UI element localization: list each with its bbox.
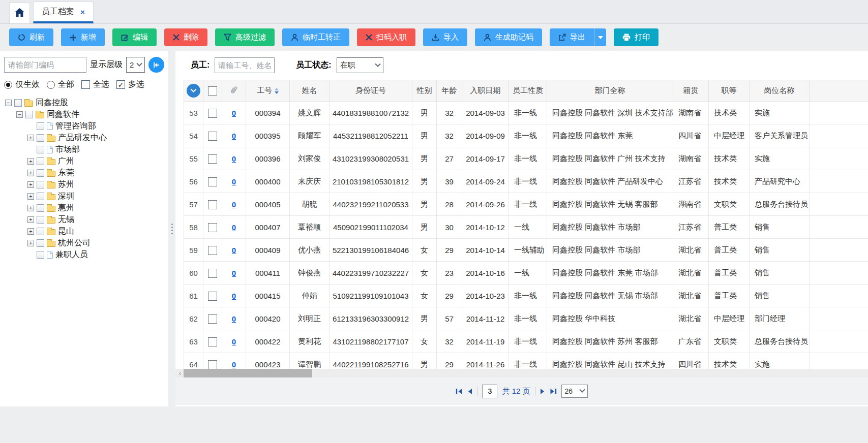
row-checkbox[interactable] bbox=[208, 177, 217, 186]
next-page-button[interactable] bbox=[540, 388, 545, 395]
tree-item[interactable]: 兼职人员 bbox=[4, 249, 164, 261]
col-header-type[interactable]: 员工性质 bbox=[509, 80, 547, 102]
tree-item[interactable]: 昆山 bbox=[4, 226, 164, 237]
tree-item[interactable]: 深圳 bbox=[4, 191, 164, 202]
col-header-origin[interactable]: 籍贯 bbox=[673, 80, 709, 102]
horizontal-scrollbar[interactable]: ‹ bbox=[175, 369, 868, 377]
tree-checkbox[interactable] bbox=[37, 134, 44, 142]
col-header-idcard[interactable]: 身份证号 bbox=[330, 80, 412, 102]
row-checkbox[interactable] bbox=[208, 109, 217, 118]
tree-item[interactable]: 产品研发中心 bbox=[4, 132, 164, 144]
expand-node-icon[interactable] bbox=[27, 158, 34, 165]
attachment-link[interactable]: 0 bbox=[232, 314, 236, 323]
print-button[interactable]: 打印 bbox=[614, 28, 659, 46]
all-radio[interactable] bbox=[47, 81, 55, 89]
attachment-link[interactable]: 0 bbox=[232, 177, 236, 186]
attachment-link[interactable]: 0 bbox=[232, 154, 236, 163]
expand-node-icon[interactable] bbox=[27, 240, 34, 246]
scroll-left-arrow-icon[interactable]: ‹ bbox=[176, 369, 184, 377]
row-checkbox[interactable] bbox=[208, 269, 217, 278]
col-header-age[interactable]: 年龄 bbox=[437, 80, 462, 102]
only-active-radio[interactable] bbox=[4, 81, 12, 89]
table-row[interactable]: 57 0 000405 胡晓 440232199211020533 男 28 2… bbox=[184, 193, 868, 216]
row-checkbox[interactable] bbox=[208, 337, 217, 346]
tree-checkbox[interactable] bbox=[37, 204, 44, 212]
attachment-link[interactable]: 0 bbox=[232, 360, 236, 369]
tree-item[interactable]: 同鑫软件 bbox=[4, 109, 164, 120]
dept-code-input[interactable] bbox=[4, 57, 86, 73]
generate-mnemonic-button[interactable]: 生成助记码 bbox=[475, 28, 542, 46]
tree-item[interactable]: 管理咨询部 bbox=[4, 120, 164, 132]
col-header-name[interactable]: 姓名 bbox=[290, 80, 330, 102]
tree-checkbox[interactable] bbox=[37, 216, 44, 224]
col-header-gender[interactable]: 性别 bbox=[412, 80, 437, 102]
export-dropdown-button[interactable] bbox=[594, 28, 606, 46]
table-row[interactable]: 62 0 000420 刘明正 612133196303300912 男 57 … bbox=[184, 307, 868, 330]
tree-checkbox[interactable] bbox=[37, 193, 44, 200]
tree-item[interactable]: 杭州公司 bbox=[4, 237, 164, 249]
collapse-node-icon[interactable] bbox=[16, 111, 23, 118]
import-button[interactable]: 导入 bbox=[423, 28, 467, 46]
multi-select-checkbox[interactable] bbox=[116, 80, 125, 89]
add-button[interactable]: 新增 bbox=[61, 28, 105, 46]
col-header-code[interactable]: 工号 bbox=[246, 80, 290, 102]
status-select[interactable]: 在职 bbox=[337, 57, 383, 73]
panel-splitter[interactable] bbox=[168, 51, 175, 406]
tree-item[interactable]: 东莞 bbox=[4, 167, 164, 179]
attachment-link[interactable]: 0 bbox=[232, 200, 236, 209]
grid-menu-button[interactable] bbox=[187, 84, 200, 98]
employee-search-input[interactable] bbox=[215, 57, 275, 73]
col-header-hiredate[interactable]: 入职日期 bbox=[462, 80, 509, 102]
prev-page-button[interactable] bbox=[467, 388, 472, 395]
row-checkbox[interactable] bbox=[208, 246, 217, 255]
expand-node-icon[interactable] bbox=[27, 228, 34, 235]
tree-checkbox[interactable] bbox=[25, 111, 33, 118]
close-icon[interactable]: × bbox=[80, 8, 85, 16]
select-all-rows-checkbox[interactable] bbox=[208, 86, 217, 96]
row-checkbox[interactable] bbox=[208, 200, 217, 209]
scrollbar-thumb[interactable] bbox=[184, 369, 312, 377]
col-header-dept[interactable]: 部门全称 bbox=[547, 80, 673, 102]
col-header-position[interactable]: 岗位名称 bbox=[750, 80, 810, 102]
table-row[interactable]: 59 0 000409 优小燕 522130199106184046 女 29 … bbox=[184, 239, 868, 262]
table-row[interactable]: 60 0 000411 钟俊燕 440223199710232227 女 23 … bbox=[184, 262, 868, 284]
tree-checkbox[interactable] bbox=[37, 146, 44, 153]
table-row[interactable]: 64 0 000423 谭智鹏 440221199108252716 男 29 … bbox=[184, 353, 868, 369]
row-checkbox[interactable] bbox=[208, 132, 217, 141]
tree-item[interactable]: 无锡 bbox=[4, 214, 164, 226]
tree-checkbox[interactable] bbox=[37, 181, 44, 188]
expand-node-icon[interactable] bbox=[27, 135, 34, 141]
expand-node-icon[interactable] bbox=[27, 205, 34, 211]
tree-checkbox[interactable] bbox=[14, 99, 22, 107]
expand-node-icon[interactable] bbox=[27, 216, 34, 223]
tab-employee-archive[interactable]: 员工档案 × bbox=[33, 2, 94, 23]
attachment-link[interactable]: 0 bbox=[232, 132, 236, 140]
tree-checkbox[interactable] bbox=[37, 157, 44, 165]
tree-item[interactable]: 同鑫控股 bbox=[4, 97, 164, 109]
tree-item[interactable]: 惠州 bbox=[4, 202, 164, 214]
row-checkbox[interactable] bbox=[208, 292, 217, 301]
temp-worker-regularize-button[interactable]: 临时工转正 bbox=[282, 28, 349, 46]
edit-button[interactable]: 编辑 bbox=[112, 28, 157, 46]
table-row[interactable]: 53 0 000394 姚文辉 440183198810072132 男 32 … bbox=[184, 102, 868, 124]
table-row[interactable]: 61 0 000415 仲娟 510921199109101043 女 29 2… bbox=[184, 284, 868, 307]
last-page-button[interactable] bbox=[550, 388, 557, 395]
table-row[interactable]: 56 0 000400 来庆庆 210103198105301812 男 39 … bbox=[184, 170, 868, 193]
row-checkbox[interactable] bbox=[208, 223, 217, 232]
first-page-button[interactable] bbox=[456, 388, 463, 395]
scan-onboard-button[interactable]: 扫码入职 bbox=[357, 28, 415, 46]
tree-item[interactable]: 市场部 bbox=[4, 144, 164, 155]
row-checkbox[interactable] bbox=[208, 154, 217, 164]
advanced-filter-button[interactable]: 高级过滤 bbox=[215, 28, 275, 46]
level-select[interactable]: 2 bbox=[126, 57, 145, 73]
row-checkbox[interactable] bbox=[208, 314, 217, 324]
table-row[interactable]: 63 0 000422 黄利花 431021198802177107 女 32 … bbox=[184, 330, 868, 353]
table-row[interactable]: 54 0 000395 顾耀军 445321198812052211 男 32 … bbox=[184, 124, 868, 147]
attachment-link[interactable]: 0 bbox=[232, 292, 236, 300]
select-all-checkbox[interactable] bbox=[81, 80, 90, 89]
export-button[interactable]: 导出 bbox=[550, 28, 594, 46]
expand-node-icon[interactable] bbox=[27, 181, 34, 188]
tree-item[interactable]: 苏州 bbox=[4, 179, 164, 191]
table-row[interactable]: 55 0 000396 刘家俊 431023199308020531 男 27 … bbox=[184, 147, 868, 170]
table-row[interactable]: 58 0 000407 覃裕顺 450902199011102034 男 30 … bbox=[184, 216, 868, 239]
